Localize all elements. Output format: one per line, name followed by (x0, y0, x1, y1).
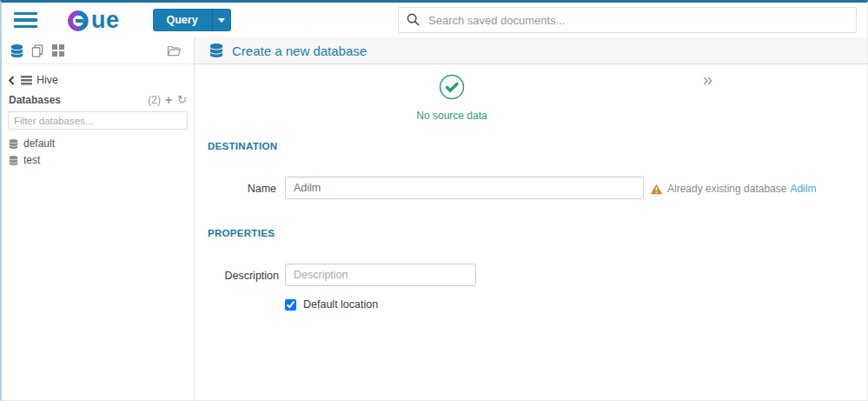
destination-heading: DESTINATION (208, 141, 277, 151)
databases-label: Databases (9, 94, 61, 106)
query-dropdown-toggle[interactable] (213, 9, 231, 31)
refresh-icon[interactable]: ↻ (177, 95, 187, 105)
back-chevron-icon[interactable] (9, 76, 15, 85)
default-location-checkbox[interactable] (285, 299, 296, 311)
query-button[interactable]: Query (153, 9, 231, 31)
database-list: default test (2, 136, 194, 169)
top-navigation-bar: ue Query (2, 3, 867, 37)
name-warning: Already existing database Adilm (650, 183, 816, 195)
assist-panel-tabs (2, 37, 194, 64)
name-input[interactable] (285, 177, 644, 199)
search-input[interactable] (398, 7, 857, 33)
filter-databases-input[interactable] (8, 111, 188, 130)
documents-tab-icon[interactable] (31, 44, 44, 57)
databases-count: (2) (148, 94, 161, 106)
status-text: No source data (394, 110, 509, 122)
add-database-icon[interactable]: + (165, 95, 172, 105)
warning-text: Already existing database (667, 183, 786, 195)
name-label: Name (195, 183, 276, 195)
hue-logo-text: ue (91, 9, 120, 31)
default-location-label: Default location (303, 298, 378, 311)
source-table-icon (21, 76, 32, 85)
hue-logo-icon (66, 8, 90, 32)
database-list-item[interactable]: test (2, 152, 194, 169)
database-name: default (23, 137, 55, 150)
hue-logo[interactable]: ue (66, 8, 120, 32)
source-name[interactable]: Hive (36, 74, 58, 86)
check-circle-icon (439, 74, 465, 100)
default-location-row: Default location (285, 298, 378, 311)
databases-tab-icon[interactable] (10, 44, 23, 57)
database-icon (209, 43, 223, 57)
hamburger-menu-icon[interactable] (14, 12, 37, 29)
main-panel: Create a new database No source data » D… (195, 37, 867, 400)
description-label: Description (195, 270, 279, 282)
query-button-label: Query (153, 9, 212, 31)
caret-down-icon (218, 18, 225, 23)
properties-heading: PROPERTIES (208, 228, 275, 238)
page-title: Create a new database (232, 43, 367, 58)
database-name: test (23, 154, 40, 167)
database-filter (8, 111, 188, 130)
page-header: Create a new database (195, 37, 867, 64)
assist-source-breadcrumb: Hive (9, 74, 187, 86)
database-list-item[interactable]: default (2, 136, 194, 152)
database-icon (9, 139, 18, 149)
document-search (398, 7, 857, 33)
existing-database-link[interactable]: Adilm (790, 183, 816, 195)
source-status: No source data (394, 74, 509, 122)
database-icon (9, 156, 18, 165)
double-chevron-right-icon[interactable]: » (703, 70, 712, 90)
folder-open-icon[interactable] (167, 44, 182, 57)
apps-grid-tab-icon[interactable] (52, 44, 64, 57)
description-input[interactable] (285, 264, 476, 286)
create-database-form: No source data » DESTINATION Name Alread… (195, 64, 867, 400)
search-icon (407, 13, 420, 26)
assist-panel: Hive Databases (2) + ↻ default test (2, 37, 195, 400)
hue-app-window: ue Query (0, 0, 868, 401)
warning-triangle-icon (650, 184, 663, 195)
databases-section-header: Databases (2) + ↻ (9, 94, 187, 106)
